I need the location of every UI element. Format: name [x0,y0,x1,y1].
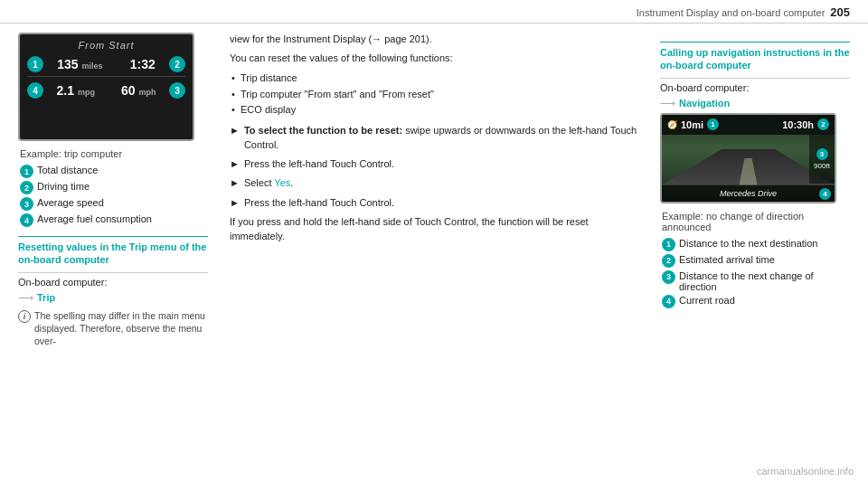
trip-num-3: 3 [169,82,185,99]
nav-image: 🧭 10mi 1 10:30h 2 3 900ft [660,113,836,203]
reset-intro: You can reset the values of the followin… [230,52,638,65]
right-section-header: Calling up navigation instructions in th… [660,42,850,72]
left-arrow-icon: ⟶ [18,291,33,304]
right-item-2-label: Estimated arrival time [679,254,775,265]
bullet-2: Trip computer "From start" and "From res… [230,88,638,101]
trip-val-mpg: 2.1 mpg [57,83,95,98]
right-circle-1: 1 [662,238,675,251]
yes-text: Yes [274,177,290,188]
page: Instrument Display and on-board computer… [0,0,868,482]
nav-num-3: 3 [816,148,828,160]
trip-unit-mpg: mpg [78,88,95,97]
step-4-text: Press the left-hand Touch Control. [244,196,394,210]
step-2: ► Press the left-hand Touch Control. [230,157,638,171]
main-content: From Start 1 135 miles 1:32 2 4 2.1 mpg … [0,24,868,475]
step-1-arrow: ► [230,125,240,136]
step-1-text: To select the function to be reset: swip… [244,124,638,152]
trip-image-title: From Start [20,34,193,51]
list-item-4: 4 Average fuel consumption [20,213,208,227]
right-onboard-label: On-board computer: [660,82,850,93]
info-icon: i [18,310,31,323]
nav-ft-val: 900ft [814,162,830,170]
right-list-item-3: 3 Distance to the next change of directi… [662,270,850,292]
center-column: view for the Instrument Display (→ page … [222,33,646,466]
step-4-arrow: ► [230,197,240,208]
right-item-3-label: Distance to the next change of direction [679,270,850,292]
header: Instrument Display and on-board computer… [0,0,868,24]
bullet-1: Trip distance [230,71,638,85]
nav-time-val: 10:30h [782,119,814,130]
right-section-title: Calling up navigation instructions in th… [660,46,850,72]
right-arrow-item: ⟶ Navigation [660,97,850,109]
info-text: The spelling may differ in the main menu… [34,309,208,348]
step-1-bold: To select the function to be reset: [244,125,402,136]
trip-unit-miles: miles [81,61,102,71]
trip-row-1: 1 135 miles 1:32 2 [20,56,193,72]
list-item-2-label: Driving time [37,181,90,192]
step-2-text: Press the left-hand Touch Control. [244,157,394,171]
step-3: ► Select Yes. [230,176,638,190]
final-text: If you press and hold the left-hand side… [230,215,638,243]
step-1: ► To select the function to be reset: sw… [230,124,638,152]
nav-time-info: 10:30h 2 [782,118,829,130]
step-4: ► Press the left-hand Touch Control. [230,196,638,210]
trip-row-2: 4 2.1 mpg 60 mph 3 [20,82,193,99]
nav-bottom-bar: Mercedes Drive 4 [662,185,835,202]
right-circle-2: 2 [662,254,675,268]
right-list-item-4: 4 Current road [662,295,850,308]
circle-3: 3 [20,197,33,211]
right-arrow-icon: ⟶ [660,97,675,109]
nav-dist-info: 🧭 10mi 1 [667,118,719,130]
nav-image-inner: 🧭 10mi 1 10:30h 2 3 900ft [662,115,835,202]
nav-num-1: 1 [707,118,719,130]
right-circle-3: 3 [662,270,675,284]
info-box: i The spelling may differ in the main me… [18,309,208,348]
trip-num-1: 1 [27,56,43,72]
left-column: From Start 1 135 miles 1:32 2 4 2.1 mpg … [18,33,208,466]
right-item-1-label: Distance to the next destination [679,238,817,249]
left-arrow-item: ⟶ Trip [18,291,208,304]
circle-2: 2 [20,181,33,194]
right-divider [660,78,850,79]
nav-top-bar: 🧭 10mi 1 10:30h 2 [662,115,835,135]
right-item-4-label: Current road [679,295,735,306]
circle-1: 1 [20,165,33,178]
nav-num-4: 4 [819,188,831,200]
nav-road-name: Mercedes Drive [720,189,777,198]
nav-dist-val: 10mi [681,119,703,130]
step-3-arrow: ► [230,177,240,188]
left-onboard-label: On-board computer: [18,277,208,288]
left-divider [18,272,208,273]
watermark: carmanualsonline.info [757,466,854,477]
right-list-item-1: 1 Distance to the next destination [662,238,850,251]
list-item-2: 2 Driving time [20,181,208,194]
nav-compass-icon: 🧭 [667,120,677,129]
trip-computer-image: From Start 1 135 miles 1:32 2 4 2.1 mpg … [18,33,194,141]
right-arrow-text: Navigation [679,98,730,109]
right-circle-4: 4 [662,295,675,308]
list-item-1: 1 Total distance [20,165,208,178]
right-bullet-list: 1 Distance to the next destination 2 Est… [662,238,850,308]
right-example-label: Example: no change of direction announce… [660,211,850,232]
trip-val-mph: 60 mph [121,83,156,98]
list-item-3: 3 Average speed [20,197,208,211]
left-section-header: Resetting values in the Trip menu of the… [18,236,208,267]
trip-val-time: 1:32 [130,57,156,71]
list-item-1-label: Total distance [37,165,98,175]
trip-unit-mph: mph [138,88,156,97]
view-text: view for the Instrument Display (→ page … [230,33,638,46]
reset-bullets: Trip distance Trip computer "From start"… [230,71,638,118]
circle-4: 4 [20,213,33,227]
trip-val-135: 135 miles [57,57,102,71]
left-arrow-text: Trip [37,292,55,303]
trip-num-2: 2 [169,56,185,72]
header-title: Instrument Display and on-board computer [637,7,826,18]
nav-right-bar: 3 900ft [809,135,835,184]
list-item-3-label: Average speed [37,197,104,208]
right-list-item-2: 2 Estimated arrival time [662,254,850,268]
bullet-3: ECO display [230,103,638,117]
nav-num-2: 2 [817,118,829,130]
left-section-title: Resetting values in the Trip menu of the… [18,241,208,267]
left-bullet-list: 1 Total distance 2 Driving time 3 Averag… [20,165,208,227]
step-2-arrow: ► [230,158,240,169]
